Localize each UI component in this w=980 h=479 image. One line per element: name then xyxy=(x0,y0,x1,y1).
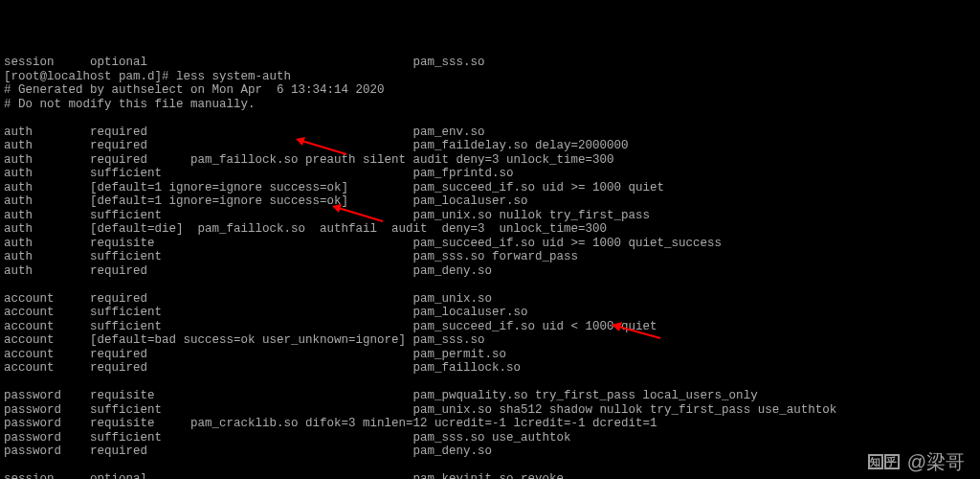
watermark: 知乎 @梁哥 xyxy=(868,454,965,469)
terminal-output: session optional pam_sss.so [root@localh… xyxy=(0,56,980,479)
zhihu-logo-icon: 知乎 xyxy=(868,454,900,469)
watermark-author: @梁哥 xyxy=(907,455,965,469)
